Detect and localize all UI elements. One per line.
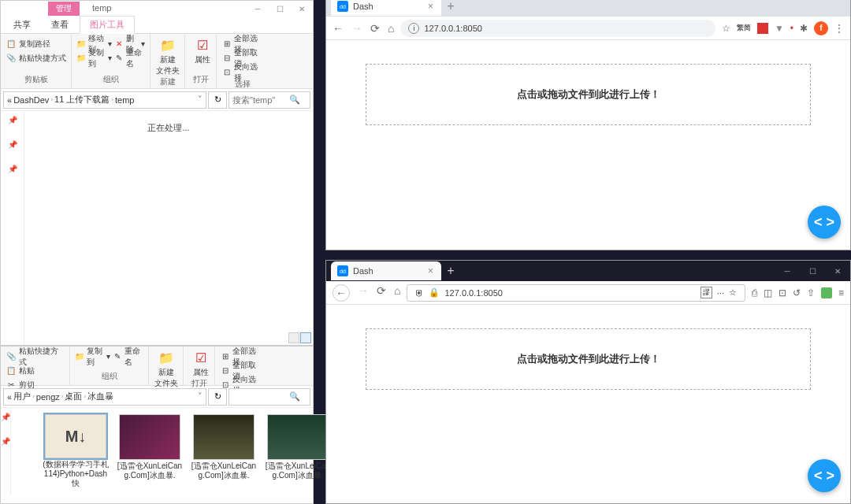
new-tab-button[interactable]: +	[441, 264, 460, 278]
new-folder-button[interactable]: 📁 新建 文件夹	[155, 37, 180, 76]
view-thumbs-button[interactable]	[300, 332, 311, 343]
maximize-button[interactable]: ☐	[269, 1, 291, 17]
pin-icon[interactable]: 📌	[8, 140, 17, 149]
maximize-button[interactable]: ☐	[800, 263, 825, 279]
extension-icon[interactable]: ▼	[775, 23, 784, 34]
info-icon[interactable]: i	[408, 23, 419, 34]
invert-selection-button[interactable]: ⊡反向选择	[221, 65, 264, 79]
search-input[interactable]	[232, 95, 289, 105]
lock-icon[interactable]: 🔒	[429, 287, 440, 298]
breadcrumb-item[interactable]: pengz	[36, 392, 60, 402]
properties-button[interactable]: ☑ 属性	[188, 350, 214, 378]
breadcrumb-item[interactable]: 11 上传下载篇	[54, 94, 110, 106]
upload-dropzone[interactable]: 点击或拖动文件到此进行上传！	[366, 328, 811, 390]
reader-icon[interactable]: 謬	[700, 287, 712, 298]
upload-dropzone[interactable]: 点击或拖动文件到此进行上传！	[366, 64, 811, 125]
library-icon[interactable]: ⎙	[752, 287, 757, 298]
copy-to-button[interactable]: 📁复制到 ▾	[76, 51, 112, 65]
refresh-button[interactable]: ↻	[208, 91, 227, 109]
titlebar: 管理 temp ─ ☐ ✕	[1, 1, 313, 17]
tab-title: Dash	[353, 266, 373, 276]
extension-icon[interactable]: ↺	[793, 287, 801, 298]
more-icon[interactable]: ···	[717, 288, 724, 298]
pin-icon[interactable]: 📌	[1, 437, 10, 446]
properties-button[interactable]: ☑ 属性	[190, 37, 215, 65]
extension-icon[interactable]: •	[790, 23, 793, 34]
new-tab-button[interactable]: +	[441, 0, 460, 13]
breadcrumb-item[interactable]: 冰血暴	[87, 391, 113, 402]
browser-tab[interactable]: dd Dash ×	[331, 0, 441, 16]
menu-button[interactable]: ≡	[838, 287, 844, 298]
pin-icon[interactable]: 📌	[8, 116, 17, 124]
file-item[interactable]: M↓ (数据科学学习手札114)Python+Dash快	[43, 414, 109, 488]
tab-close-button[interactable]: ×	[428, 1, 433, 12]
devtools-fab[interactable]: < >	[808, 459, 841, 492]
file-thumbnail: M↓	[45, 414, 106, 458]
close-button[interactable]: ✕	[291, 1, 313, 17]
rename-button[interactable]: ✎重命名	[115, 51, 145, 65]
extension-icon[interactable]	[821, 287, 832, 298]
search-icon[interactable]: 🔍	[289, 94, 300, 105]
breadcrumb-item[interactable]: 用户	[13, 391, 31, 402]
breadcrumb-item[interactable]: 桌面	[65, 391, 82, 402]
file-item[interactable]: [迅雷仓XunLeiCang.Com]冰血暴.	[191, 414, 257, 488]
breadcrumb-item[interactable]: temp	[115, 95, 134, 105]
breadcrumb[interactable]: « 用户› pengz› 桌面› 冰血暴 ˅	[3, 388, 206, 406]
star-icon[interactable]: ☆	[729, 287, 737, 298]
reload-button[interactable]: ⟳	[370, 22, 380, 35]
ribbon-group-clipboard: 剪贴板	[6, 74, 66, 85]
file-list-pane[interactable]: 正在处理...	[24, 111, 313, 345]
context-tab-manage[interactable]: 管理	[48, 2, 80, 16]
extension-icon[interactable]: ⊡	[779, 287, 786, 298]
pin-icon[interactable]: 📌	[1, 413, 10, 421]
refresh-button[interactable]: ↻	[208, 388, 227, 406]
profile-button[interactable]: f	[814, 21, 828, 35]
toolbar: ← → ⟳ ⌂ ⛨ 🔒 127.0.0.1:8050 謬 ··· ☆ ⎙ ◫ ⊡…	[326, 281, 850, 305]
search-box[interactable]: 🔍	[229, 388, 310, 406]
search-box[interactable]: 🔍	[229, 91, 310, 109]
paste-button[interactable]: 📋粘贴	[6, 364, 65, 377]
ribbon-tab-view[interactable]: 查看	[42, 17, 78, 33]
back-button[interactable]: ←	[333, 22, 344, 35]
breadcrumb-item[interactable]: DashDev	[13, 95, 49, 105]
browser-tab[interactable]: dd Dash ×	[331, 261, 441, 280]
address-bar[interactable]: i 127.0.0.1:8050	[400, 20, 715, 37]
minimize-button[interactable]: ─	[775, 263, 800, 279]
tab-close-button[interactable]: ×	[428, 265, 433, 276]
back-button[interactable]: ←	[333, 284, 350, 302]
search-input[interactable]	[232, 392, 289, 402]
menu-button[interactable]: ⋮	[834, 23, 844, 34]
file-grid[interactable]: M↓ (数据科学学习手札114)Python+Dash快 [迅雷仓XunLeiC…	[11, 408, 362, 495]
extensions-button[interactable]: ✱	[800, 23, 808, 34]
shield-icon[interactable]: ⛨	[415, 288, 424, 298]
home-button[interactable]: ⌂	[388, 22, 394, 35]
copy-path-button[interactable]: 📋复制路径	[6, 37, 66, 50]
home-button[interactable]: ⌂	[394, 284, 400, 302]
paste-shortcut-button[interactable]: 📎粘贴快捷方式	[6, 51, 66, 65]
address-bar[interactable]: ⛨ 🔒 127.0.0.1:8050 謬 ··· ☆	[407, 284, 745, 302]
breadcrumb[interactable]: « DashDev› 11 上传下载篇› temp ˅	[3, 91, 206, 109]
close-button[interactable]: ✕	[825, 263, 850, 279]
star-icon[interactable]: ☆	[722, 23, 730, 34]
pin-icon[interactable]: 📌	[8, 165, 17, 173]
reload-button[interactable]: ⟳	[377, 284, 386, 302]
ribbon-tab-share[interactable]: 共享	[4, 17, 40, 33]
extension-icon[interactable]	[757, 23, 768, 34]
copy-to-button[interactable]: 📁复制到 ▾	[75, 350, 110, 363]
devtools-fab[interactable]: < >	[808, 206, 841, 239]
extension-icon[interactable]: ⇧	[807, 287, 815, 298]
ribbon-tab-picture-tools[interactable]: 图片工具	[80, 16, 135, 34]
forward-button[interactable]: →	[358, 284, 369, 302]
new-folder-button[interactable]: 📁 新建 文件夹	[154, 350, 179, 389]
search-icon[interactable]: 🔍	[289, 391, 300, 402]
file-item[interactable]: [迅雷仓XunLeiCang.Com]冰血暴.	[117, 414, 183, 488]
paste-shortcut-button[interactable]: 📎粘贴快捷方式	[6, 350, 65, 363]
minimize-button[interactable]: ─	[247, 1, 269, 17]
rename-button[interactable]: ✎重命名	[113, 350, 143, 363]
extension-icon[interactable]: 繁简	[737, 23, 751, 33]
file-thumbnail	[119, 414, 180, 460]
page-content: 点击或拖动文件到此进行上传！ < >	[326, 40, 850, 250]
sidebar-icon[interactable]: ◫	[764, 287, 772, 298]
view-details-button[interactable]	[288, 332, 299, 343]
forward-button[interactable]: →	[351, 22, 362, 35]
